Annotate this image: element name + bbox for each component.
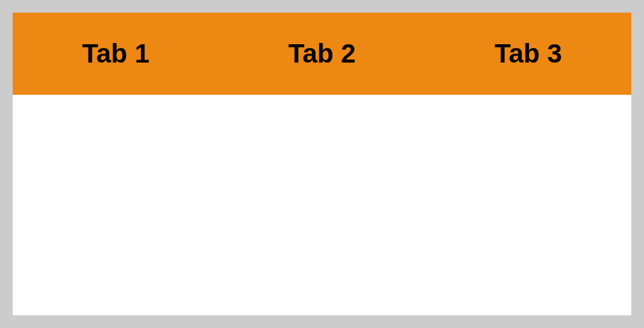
- tab-2-label: Tab 2: [288, 39, 356, 69]
- tab-bar: Tab 1 Tab 2 Tab 3: [13, 13, 631, 95]
- tab-3[interactable]: Tab 3: [425, 13, 631, 95]
- tab-3-label: Tab 3: [495, 39, 562, 69]
- main-container: Tab 1 Tab 2 Tab 3: [13, 13, 631, 315]
- tab-1-label: Tab 1: [82, 39, 150, 69]
- tab-1[interactable]: Tab 1: [13, 13, 219, 95]
- content-area: [13, 95, 631, 315]
- tab-2[interactable]: Tab 2: [219, 13, 425, 95]
